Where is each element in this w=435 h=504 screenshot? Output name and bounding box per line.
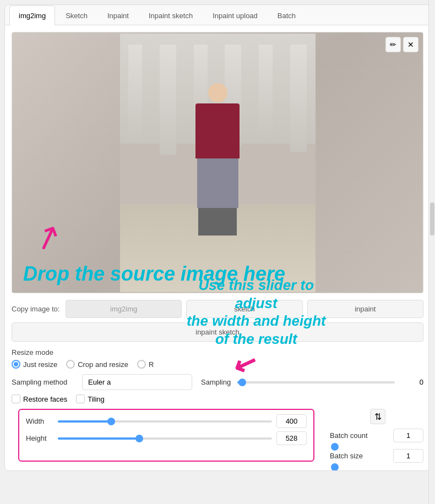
close-image-button[interactable]: ✕ bbox=[403, 37, 418, 52]
tab-inpaint-upload[interactable]: Inpaint upload bbox=[203, 6, 267, 25]
sampling-row: Sampling method Sampling 0 bbox=[12, 374, 423, 390]
batch-count-input[interactable] bbox=[393, 429, 423, 442]
sampling-steps-thumb bbox=[238, 379, 246, 386]
swap-dimensions-button[interactable]: ⇅ bbox=[370, 409, 385, 424]
restore-faces-label: Restore faces bbox=[23, 395, 67, 403]
tiling-checkbox[interactable]: Tiling bbox=[76, 395, 105, 403]
tab-img2img[interactable]: img2img bbox=[9, 6, 55, 25]
height-thumb bbox=[135, 435, 143, 442]
radio-just-resize-circle bbox=[12, 360, 20, 369]
dimensions-section: Width Height bbox=[18, 409, 314, 462]
radio-crop-label: Crop and resize bbox=[78, 360, 128, 369]
copy-to-sketch-button[interactable]: sketch bbox=[186, 300, 302, 318]
width-fill bbox=[58, 420, 111, 423]
tab-batch[interactable]: Batch bbox=[268, 6, 305, 25]
copy-image-row: Copy image to: img2img sketch inpaint bbox=[12, 300, 423, 318]
checkbox-row: Restore faces Tiling bbox=[12, 395, 423, 403]
radio-just-resize-dot bbox=[14, 362, 18, 366]
height-fill bbox=[58, 437, 139, 440]
height-slider[interactable] bbox=[58, 437, 272, 440]
height-value[interactable] bbox=[276, 431, 307, 445]
batch-count-label: Batch count bbox=[330, 431, 390, 440]
arrow-icon: ↗ bbox=[29, 217, 67, 258]
batch-count-thumb bbox=[331, 443, 339, 451]
batch-size-row: Batch size bbox=[330, 449, 423, 463]
swap-batch-col: ⇅ Batch count Batch size bbox=[330, 409, 423, 466]
scrollbar[interactable] bbox=[428, 0, 435, 504]
resize-mode-group: Just resize Crop and resize R Use this s… bbox=[12, 360, 423, 369]
resize-mode-label: Resize mode bbox=[12, 348, 423, 357]
radio-r-label: R bbox=[149, 360, 154, 369]
batch-count-row: Batch count bbox=[330, 429, 423, 442]
radio-r-circle bbox=[137, 360, 146, 369]
width-thumb bbox=[107, 418, 115, 425]
batch-size-label: Batch size bbox=[330, 452, 390, 460]
width-slider[interactable] bbox=[58, 420, 272, 423]
resize-crop-and-resize[interactable]: Crop and resize bbox=[66, 360, 128, 369]
copy-image-label: Copy image to: bbox=[12, 305, 61, 313]
width-label: Width bbox=[26, 417, 53, 425]
sampling-method-input[interactable] bbox=[82, 374, 192, 390]
sampling-method-label: Sampling method bbox=[12, 378, 78, 386]
main-panel: img2img Sketch Inpaint Inpaint sketch In… bbox=[4, 4, 431, 471]
batch-controls: Batch count Batch size bbox=[330, 429, 423, 466]
restore-faces-checkbox[interactable]: Restore faces bbox=[12, 395, 67, 403]
tab-sketch[interactable]: Sketch bbox=[56, 6, 97, 25]
edit-image-button[interactable]: ✏ bbox=[385, 37, 401, 52]
sampling-steps-slider[interactable] bbox=[237, 381, 395, 384]
radio-just-resize-label: Just resize bbox=[23, 360, 57, 369]
radio-crop-circle bbox=[66, 360, 75, 369]
inpaint-sketch-button[interactable]: inpaint sketch bbox=[12, 322, 423, 342]
resize-r[interactable]: R bbox=[137, 360, 154, 369]
tiling-label: Tiling bbox=[88, 395, 105, 403]
tab-bar: img2img Sketch Inpaint Inpaint sketch In… bbox=[5, 5, 430, 25]
sampling-steps-value: 0 bbox=[401, 378, 423, 386]
width-value[interactable] bbox=[276, 414, 307, 428]
height-row: Height bbox=[26, 431, 307, 445]
restore-faces-box bbox=[12, 395, 20, 403]
batch-size-input[interactable] bbox=[393, 449, 423, 463]
tab-inpaint[interactable]: Inpaint bbox=[98, 6, 138, 25]
image-preview: Drop the source image here ↗ bbox=[12, 32, 423, 293]
copy-to-inpaint-button[interactable]: inpaint bbox=[307, 300, 423, 318]
resize-just-resize[interactable]: Just resize bbox=[12, 360, 57, 369]
image-drop-area[interactable]: Drop the source image here ↗ ✏ ✕ bbox=[12, 32, 423, 293]
scrollbar-thumb[interactable] bbox=[430, 202, 434, 235]
drop-hint: Drop the source image here bbox=[12, 255, 423, 293]
height-label: Height bbox=[26, 434, 53, 442]
image-actions: ✏ ✕ bbox=[385, 37, 418, 52]
tiling-box bbox=[76, 395, 85, 403]
copy-to-img2img-button[interactable]: img2img bbox=[66, 300, 182, 318]
batch-size-thumb bbox=[331, 463, 339, 471]
width-row: Width bbox=[26, 414, 307, 428]
sampling-steps-label: Sampling bbox=[201, 378, 231, 386]
tab-inpaint-sketch[interactable]: Inpaint sketch bbox=[139, 6, 202, 25]
bottom-controls: Width Height ⇅ bbox=[12, 409, 423, 466]
